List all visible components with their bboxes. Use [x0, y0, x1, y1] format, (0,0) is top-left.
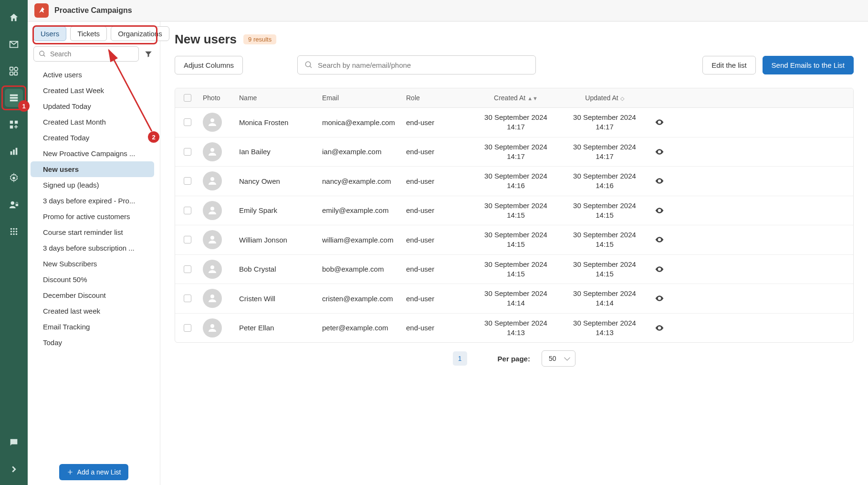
lists-container[interactable]: Active usersCreated Last WeekUpdated Tod… [28, 67, 160, 459]
nav-chat-icon[interactable] [5, 433, 23, 452]
add-list-button[interactable]: Add a new List [59, 464, 129, 480]
cell-name: William Jonson [239, 236, 322, 244]
svg-point-35 [659, 180, 660, 182]
nav-home-icon[interactable] [5, 9, 23, 27]
main-search-input[interactable] [318, 61, 529, 69]
view-button[interactable] [648, 206, 671, 215]
main-search[interactable] [297, 55, 536, 74]
col-updated[interactable]: Updated At◇ [562, 94, 648, 102]
svg-point-18 [16, 228, 18, 230]
sidebar-search-input[interactable] [50, 50, 134, 58]
list-item[interactable]: December Discount [31, 287, 154, 303]
list-item[interactable]: Created Today [31, 130, 154, 146]
nav-rail: 1 [0, 0, 28, 485]
eye-icon [655, 323, 664, 333]
view-button[interactable] [648, 176, 671, 186]
cell-email: bob@example.com [322, 265, 406, 273]
filter-button[interactable] [143, 46, 154, 62]
eye-icon [655, 147, 664, 157]
list-item[interactable]: Created Last Week [31, 83, 154, 98]
cell-updated: 30 September 202414:14 [562, 289, 648, 308]
entity-tabs: Users Tickets Organizations [28, 26, 160, 41]
nav-mail-icon[interactable] [5, 35, 23, 53]
list-item[interactable]: Email Tracking [31, 319, 154, 335]
svg-rect-12 [16, 148, 18, 155]
list-item[interactable]: Signed up (leads) [31, 177, 154, 193]
list-item[interactable]: New Subscribers [31, 256, 154, 272]
row-checkbox[interactable] [184, 207, 191, 214]
list-item[interactable]: Updated Today [31, 98, 154, 114]
cell-updated: 30 September 202414:13 [562, 318, 648, 338]
row-checkbox[interactable] [184, 118, 191, 126]
avatar [203, 201, 222, 220]
page-number[interactable]: 1 [453, 351, 467, 366]
users-table: Photo Name Email Role Created At▲▼ Updat… [175, 88, 854, 343]
list-item[interactable]: Today [31, 335, 154, 350]
tab-users[interactable]: Users [33, 26, 66, 41]
cell-updated: 30 September 202414:17 [562, 113, 648, 132]
sidebar-search[interactable] [33, 46, 139, 62]
view-button[interactable] [648, 147, 671, 157]
svg-rect-5 [10, 97, 18, 99]
list-item[interactable]: Created last week [31, 303, 154, 319]
results-count-badge: 9 results [243, 34, 276, 44]
svg-point-32 [210, 148, 214, 152]
list-item[interactable]: New users [31, 161, 154, 177]
add-list-label: Add a new List [77, 468, 121, 476]
eye-icon [655, 206, 664, 215]
col-name[interactable]: Name [239, 94, 322, 102]
row-checkbox[interactable] [184, 236, 191, 243]
page-title: New users [175, 32, 237, 47]
cell-updated: 30 September 202414:16 [562, 171, 648, 191]
list-item[interactable]: New Proactive Campaigns ... [31, 146, 154, 161]
cell-created: 30 September 202414:15 [470, 230, 562, 250]
per-page-select[interactable]: 50 [542, 350, 576, 367]
nav-grid-add-icon[interactable] [5, 116, 23, 134]
nav-segments-icon[interactable] [5, 62, 23, 80]
row-checkbox[interactable] [184, 148, 191, 156]
nav-settings-icon[interactable] [5, 169, 23, 187]
view-button[interactable] [648, 294, 671, 303]
nav-collapse-icon[interactable] [5, 460, 23, 478]
adjust-columns-button[interactable]: Adjust Columns [175, 56, 243, 74]
nav-apps-icon[interactable] [5, 222, 23, 241]
row-checkbox[interactable] [184, 177, 191, 185]
list-item[interactable]: Course start reminder list [31, 224, 154, 240]
cell-name: Cristen Will [239, 295, 322, 303]
cell-name: Emily Spark [239, 206, 322, 214]
main-content: New users 9 results Adjust Columns Edit … [160, 21, 868, 485]
edit-list-button[interactable]: Edit the list [702, 56, 755, 74]
select-all-checkbox[interactable] [184, 94, 191, 102]
row-checkbox[interactable] [184, 295, 191, 302]
view-button[interactable] [648, 235, 671, 244]
col-role[interactable]: Role [406, 94, 470, 102]
col-created[interactable]: Created At▲▼ [470, 94, 562, 102]
row-checkbox[interactable] [184, 265, 191, 273]
cell-role: end-user [406, 148, 470, 156]
svg-point-41 [659, 268, 660, 270]
list-item[interactable]: Active users [31, 67, 154, 83]
nav-analytics-icon[interactable] [5, 142, 23, 160]
col-email[interactable]: Email [322, 94, 406, 102]
table-row: Ian Baileyian@example.comend-user30 Sept… [175, 137, 853, 167]
view-button[interactable] [648, 264, 671, 274]
list-item[interactable]: Promo for active customers [31, 209, 154, 224]
table-row: Monica Frostenmonica@example.comend-user… [175, 108, 853, 137]
send-emails-button[interactable]: Send Emails to the List [763, 56, 854, 74]
cell-updated: 30 September 202414:17 [562, 142, 648, 162]
cell-role: end-user [406, 295, 470, 303]
view-button[interactable] [648, 117, 671, 127]
filter-icon [144, 50, 153, 58]
view-button[interactable] [648, 323, 671, 333]
list-item[interactable]: Discount 50% [31, 272, 154, 287]
svg-rect-11 [13, 149, 15, 155]
nav-permissions-icon[interactable] [5, 196, 23, 214]
tab-tickets[interactable]: Tickets [70, 26, 107, 41]
list-item[interactable]: 3 days before expired - Pro... [31, 193, 154, 209]
svg-point-42 [210, 295, 214, 298]
tab-organizations[interactable]: Organizations [111, 26, 169, 41]
cell-name: Bob Crystal [239, 265, 322, 273]
row-checkbox[interactable] [184, 324, 191, 332]
list-item[interactable]: Created Last Month [31, 114, 154, 130]
list-item[interactable]: 3 days before subscription ... [31, 240, 154, 256]
